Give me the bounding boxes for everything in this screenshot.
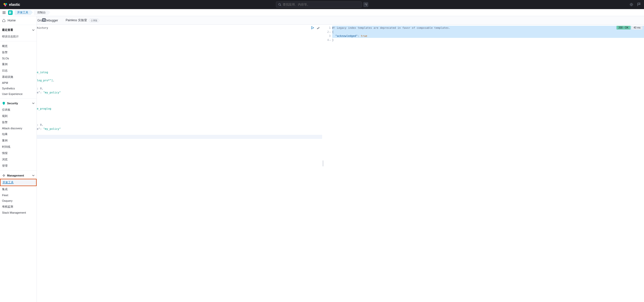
brand-text: elastic bbox=[9, 3, 20, 7]
breadcrumb-app[interactable]: 开发工具 bbox=[15, 10, 31, 15]
gear-icon[interactable] bbox=[629, 3, 633, 7]
svg-point-3 bbox=[278, 4, 280, 6]
header-right-icons bbox=[629, 3, 641, 7]
breadcrumb-page: 控制台 bbox=[34, 10, 48, 15]
global-search-input[interactable] bbox=[283, 3, 359, 6]
elastic-logo-icon bbox=[3, 2, 8, 7]
search-shortcut-hint: ⌃/ bbox=[363, 2, 368, 7]
global-search[interactable] bbox=[276, 2, 362, 8]
hamburger-icon[interactable] bbox=[2, 11, 6, 15]
svg-point-2 bbox=[5, 5, 6, 6]
svg-point-0 bbox=[4, 3, 5, 5]
global-search-wrap: ⌃/ bbox=[276, 2, 368, 8]
breadcrumb-bar: 默 开发工具 控制台 bbox=[0, 9, 644, 16]
help-icon[interactable] bbox=[637, 3, 641, 7]
svg-line-4 bbox=[280, 5, 281, 6]
search-icon bbox=[278, 3, 281, 6]
space-badge[interactable]: 默 bbox=[8, 10, 13, 15]
brand-logo[interactable]: elastic bbox=[3, 2, 20, 7]
svg-point-5 bbox=[631, 4, 632, 5]
top-header: elastic ⌃/ bbox=[0, 0, 644, 9]
svg-point-1 bbox=[5, 3, 7, 5]
